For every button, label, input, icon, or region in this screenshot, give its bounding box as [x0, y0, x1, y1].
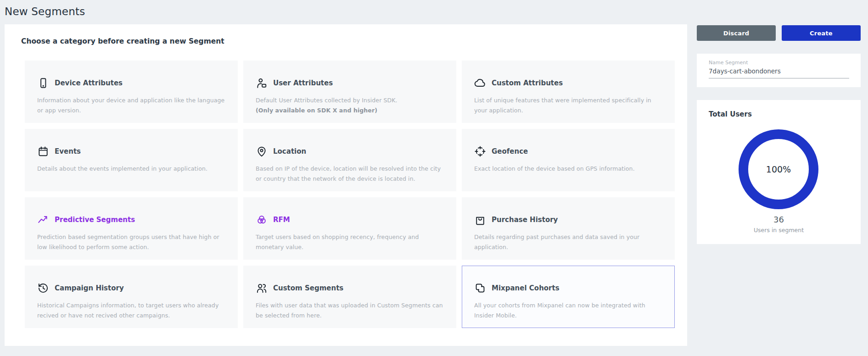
- calendar-icon: [37, 145, 49, 157]
- category-card-mixpanel-cohorts[interactable]: Mixpanel Cohorts All your cohorts from M…: [462, 266, 675, 328]
- cloud-icon: [474, 77, 486, 89]
- category-card-device-attributes[interactable]: Device Attributes Information about your…: [25, 61, 238, 123]
- total-users-title: Total Users: [709, 110, 752, 118]
- create-button[interactable]: Create: [782, 25, 861, 41]
- category-panel: Choose a category before creating a new …: [5, 24, 687, 346]
- users-count: 36: [697, 215, 861, 224]
- name-segment-card: Name Segment: [697, 54, 861, 87]
- trending-up-icon: [37, 214, 49, 226]
- page-title: New Segments: [5, 6, 85, 17]
- category-card-header: Mixpanel Cohorts: [474, 282, 662, 295]
- rfm-circles-icon: [256, 214, 268, 226]
- category-description-note: (Only available on SDK X and higher): [256, 106, 444, 116]
- category-description: List of unique features that were implem…: [474, 95, 662, 116]
- category-card-header: Device Attributes: [37, 77, 225, 89]
- category-title: Campaign History: [55, 284, 124, 292]
- category-title: Predictive Segments: [55, 216, 135, 224]
- category-title: Custom Attributes: [492, 79, 563, 87]
- new-segments-page: { "page": { "title": "New Segments", "pa…: [0, 0, 868, 356]
- category-description: Files with user data that was uploaded i…: [256, 300, 444, 321]
- panel-heading: Choose a category before creating a new …: [21, 37, 224, 45]
- people-icon: [256, 282, 268, 294]
- name-segment-label: Name Segment: [709, 60, 748, 66]
- category-card-purchase-history[interactable]: Purchase History Details regarding past …: [462, 197, 675, 260]
- category-card-predictive-segments[interactable]: Predictive Segments Prediction based seg…: [25, 197, 238, 260]
- category-card-header: Events: [37, 145, 225, 158]
- category-card-location[interactable]: Location Based on IP of the device, loca…: [243, 129, 456, 191]
- category-description: All your cohorts from Mixpanel can now b…: [474, 300, 662, 321]
- category-title: Geofence: [492, 147, 528, 156]
- category-title: RFM: [273, 216, 290, 224]
- total-users-donut-chart: 100%: [739, 129, 818, 209]
- donut-percent-label: 100%: [766, 164, 791, 174]
- category-card-header: Custom Segments: [256, 282, 444, 295]
- category-title: Location: [273, 147, 306, 156]
- shopping-bag-icon: [474, 214, 486, 226]
- category-card-user-attributes[interactable]: User Attributes Default User Attributes …: [243, 61, 456, 123]
- category-grid: Device Attributes Information about your…: [25, 61, 675, 328]
- category-card-header: Campaign History: [37, 282, 225, 295]
- category-description: Target users based on shopping recency, …: [256, 232, 444, 252]
- category-card-header: Location: [256, 145, 444, 158]
- category-description: Details about the events implemented in …: [37, 164, 225, 174]
- linked-squares-icon: [474, 282, 486, 294]
- category-title: Purchase History: [492, 216, 558, 224]
- category-card-header: User Attributes: [256, 77, 444, 89]
- category-title: Custom Segments: [273, 284, 343, 292]
- discard-button[interactable]: Discard: [697, 25, 776, 41]
- category-description: Based on IP of the device, location will…: [256, 164, 444, 184]
- name-segment-input[interactable]: [709, 67, 849, 78]
- category-description: Default User Attributes collected by Ins…: [256, 95, 444, 106]
- category-card-custom-attributes[interactable]: Custom Attributes List of unique feature…: [462, 61, 675, 123]
- category-card-custom-segments[interactable]: Custom Segments Files with user data tha…: [243, 266, 456, 328]
- category-card-geofence[interactable]: Geofence Exact location of the device ba…: [462, 129, 675, 191]
- category-description: Information about your device and applic…: [37, 95, 225, 116]
- location-pin-icon: [256, 145, 268, 157]
- category-card-header: Purchase History: [474, 213, 662, 226]
- history-clock-icon: [37, 282, 49, 294]
- category-description: Historical Campaigns information, to tar…: [37, 300, 225, 321]
- category-card-header: Geofence: [474, 145, 662, 158]
- category-title: Device Attributes: [55, 79, 123, 87]
- category-card-rfm[interactable]: RFM Target users based on shopping recen…: [243, 197, 456, 260]
- category-description: Exact location of the device based on GP…: [474, 164, 662, 174]
- category-description: Details regarding past purchases and dat…: [474, 232, 662, 252]
- category-description: Prediction based segmentation groups use…: [37, 232, 225, 252]
- category-title: User Attributes: [273, 79, 333, 87]
- category-card-header: RFM: [256, 213, 444, 226]
- category-card-header: Predictive Segments: [37, 213, 225, 226]
- category-title: Mixpanel Cohorts: [492, 284, 560, 292]
- user-card-icon: [256, 77, 268, 89]
- category-card-events[interactable]: Events Details about the events implemen…: [25, 129, 238, 191]
- category-card-header: Custom Attributes: [474, 77, 662, 89]
- device-icon: [37, 77, 49, 89]
- users-count-caption: Users in segment: [697, 227, 861, 234]
- geofence-crosshair-icon: [474, 145, 486, 157]
- category-title: Events: [55, 147, 81, 156]
- total-users-card: Total Users 100% 36 Users in segment: [697, 100, 861, 244]
- category-card-campaign-history[interactable]: Campaign History Historical Campaigns in…: [25, 266, 238, 328]
